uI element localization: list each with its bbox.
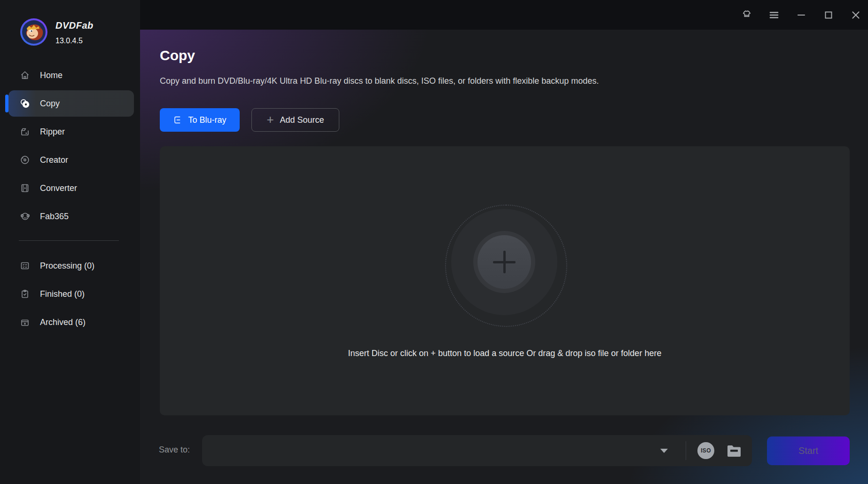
save-bar-divider (686, 441, 686, 460)
ripper-icon (20, 127, 30, 137)
titlebar-controls (741, 0, 861, 30)
plus-icon (503, 251, 506, 273)
sidebar-item-label: Fab365 (40, 212, 69, 222)
add-source-button[interactable]: + Add Source (251, 108, 339, 132)
add-source-label: Add Source (280, 115, 324, 125)
dvdfab-logo-icon (20, 18, 48, 46)
sidebar-item-label: Creator (40, 155, 68, 165)
creator-disc-icon (20, 155, 30, 165)
sidebar-nav: Home Copy (0, 61, 140, 230)
skin-tshirt-icon[interactable] (741, 9, 752, 21)
page-description: Copy and burn DVD/Blu-ray/4K Ultra HD Bl… (160, 76, 599, 86)
brand-text: DVDFab 13.0.4.5 (55, 18, 94, 45)
sidebar-item-finished[interactable]: Finished (0) (0, 280, 140, 308)
sidebar-item-creator[interactable]: Creator (0, 146, 140, 174)
maximize-icon[interactable] (823, 9, 834, 21)
save-to-label: Save to: (159, 445, 190, 455)
close-icon[interactable] (850, 9, 861, 21)
save-path-bar: ISO (202, 435, 752, 466)
app-version: 13.0.4.5 (55, 37, 94, 45)
save-as-iso-button[interactable]: ISO (697, 442, 714, 459)
sidebar-item-fab365[interactable]: Fab365 (0, 202, 140, 230)
iso-badge-label: ISO (701, 447, 711, 454)
save-to-folder-button[interactable] (726, 444, 743, 458)
sidebar-item-label: Finished (0) (40, 289, 85, 299)
sidebar-item-home[interactable]: Home (0, 61, 140, 89)
sidebar-item-archived[interactable]: Archived (6) (0, 308, 140, 336)
sidebar: DVDFab 13.0.4.5 Home (0, 0, 140, 484)
load-source-plus-button[interactable] (477, 235, 531, 289)
sidebar-item-ripper[interactable]: Ripper (0, 118, 140, 146)
folder-icon (726, 444, 742, 458)
dropzone-hint-text: Insert Disc or click on + button to load… (160, 349, 850, 358)
finished-clipboard-icon (20, 289, 30, 299)
dvdfab-window: DVDFab 13.0.4.5 Home (0, 0, 868, 484)
sidebar-item-label: Home (40, 71, 63, 80)
minimize-icon[interactable] (796, 9, 807, 21)
titlebar[interactable] (140, 0, 868, 30)
plus-icon: + (266, 113, 274, 126)
to-bluray-button[interactable]: To Blu-ray (160, 108, 240, 132)
to-bluray-label: To Blu-ray (188, 115, 226, 125)
home-icon (20, 70, 30, 80)
selected-indicator (5, 95, 8, 112)
sidebar-item-label: Ripper (40, 127, 65, 137)
sidebar-item-label: Converter (40, 183, 77, 193)
sidebar-item-converter[interactable]: Converter (0, 174, 140, 202)
archived-box-icon (20, 317, 30, 327)
start-button[interactable]: Start (767, 436, 850, 465)
app-name: DVDFab (55, 20, 94, 31)
save-path-dropdown-icon[interactable] (660, 449, 668, 453)
sidebar-item-label: Archived (6) (40, 317, 86, 327)
page-title: Copy (160, 48, 195, 63)
copy-disc-icon (20, 98, 30, 109)
sidebar-item-processing[interactable]: Processing (0) (0, 252, 140, 280)
sidebar-item-copy[interactable]: Copy (0, 89, 140, 118)
save-path-input[interactable] (211, 440, 648, 461)
sidebar-divider (19, 240, 119, 241)
sidebar-item-label: Processing (0) (40, 261, 94, 271)
menu-icon[interactable] (768, 9, 780, 21)
sidebar-item-label: Copy (40, 99, 60, 109)
brand: DVDFab 13.0.4.5 (20, 18, 94, 46)
disc-tray-icon (173, 115, 182, 125)
processing-list-icon (20, 261, 30, 271)
converter-film-icon (20, 183, 30, 193)
sidebar-queue-nav: Processing (0) Finished (0) (0, 252, 140, 336)
fab365-monkey-icon (20, 211, 30, 222)
source-dropzone[interactable]: Insert Disc or click on + button to load… (160, 146, 850, 415)
